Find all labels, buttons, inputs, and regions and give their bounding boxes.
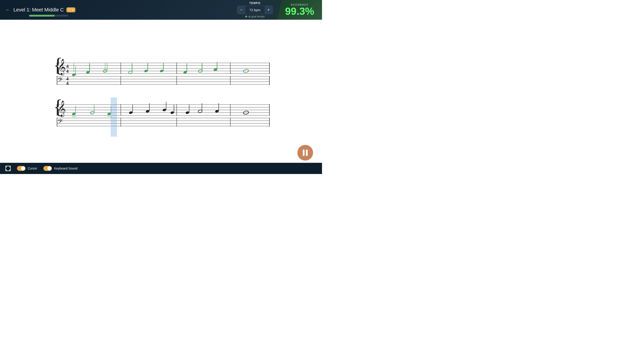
progress-bar-fill xyxy=(29,15,54,17)
pause-icon xyxy=(303,150,308,156)
svg-point-86 xyxy=(129,111,133,114)
tempo-increase-button[interactable]: + xyxy=(264,6,272,14)
svg-text:4: 4 xyxy=(66,80,69,85)
sheet-svg-2: { 𝄞 𝄢 xyxy=(52,95,270,128)
goal-dot xyxy=(245,16,247,18)
tempo-value: 72 bpm xyxy=(245,8,264,12)
info-icon: ⓘ xyxy=(68,8,71,12)
pause-bar-right xyxy=(306,150,308,156)
accuracy-section: ACCURACY 99.3% xyxy=(277,0,322,20)
svg-point-98 xyxy=(215,110,219,113)
tempo-section: TEMPO − 72 bpm + at goal tempo xyxy=(237,0,273,20)
accuracy-value: 99.3% xyxy=(285,6,314,16)
svg-text:𝄢: 𝄢 xyxy=(58,76,62,85)
tempo-controls: − 72 bpm + xyxy=(237,6,273,14)
svg-point-92 xyxy=(170,111,174,114)
goal-tempo-text: at goal tempo xyxy=(248,15,265,18)
keyboard-sound-toggle[interactable] xyxy=(44,166,52,171)
info-badge[interactable]: ⓘ ▾ xyxy=(66,8,75,12)
pause-bar-left xyxy=(303,150,304,156)
dropdown-icon: ▾ xyxy=(72,8,74,12)
goal-tempo: at goal tempo xyxy=(245,15,265,18)
progress-bar-container xyxy=(29,15,68,17)
tempo-decrease-button[interactable]: − xyxy=(237,6,245,14)
sheet-svg-1: { 𝄞 4 4 𝄢 4 4 xyxy=(52,54,270,85)
cursor-label: Cursor xyxy=(28,166,37,170)
level-title: Level 1: Meet Middle C xyxy=(14,7,64,13)
svg-text:𝄞: 𝄞 xyxy=(58,59,66,76)
cursor-toggle-group: Cursor xyxy=(17,166,37,171)
fullscreen-button[interactable] xyxy=(5,166,11,171)
tempo-label: TEMPO xyxy=(249,2,260,5)
main-content: { 𝄞 4 4 𝄢 4 4 xyxy=(0,20,322,163)
back-button[interactable]: ← xyxy=(5,7,10,13)
sheet-system-1: { 𝄞 4 4 𝄢 4 4 xyxy=(52,54,270,86)
svg-text:𝄢: 𝄢 xyxy=(58,118,62,126)
header: ← Level 1: Meet Middle C ⓘ ▾ TEMPO − 72 … xyxy=(0,0,322,20)
svg-point-94 xyxy=(185,111,190,114)
keyboard-sound-label: Keyboard Sound xyxy=(54,166,77,170)
keyboard-sound-toggle-group: Keyboard Sound xyxy=(44,166,77,171)
cursor-toggle[interactable] xyxy=(17,166,26,171)
playback-cursor xyxy=(111,97,117,137)
svg-point-90 xyxy=(162,108,166,112)
pause-button[interactable] xyxy=(298,145,313,160)
svg-text:𝄞: 𝄞 xyxy=(58,101,66,117)
svg-point-78 xyxy=(72,112,76,116)
bottom-bar: Cursor Keyboard Sound xyxy=(0,163,322,174)
svg-point-88 xyxy=(146,110,150,113)
sheet-system-2: { 𝄞 𝄢 xyxy=(52,95,270,128)
